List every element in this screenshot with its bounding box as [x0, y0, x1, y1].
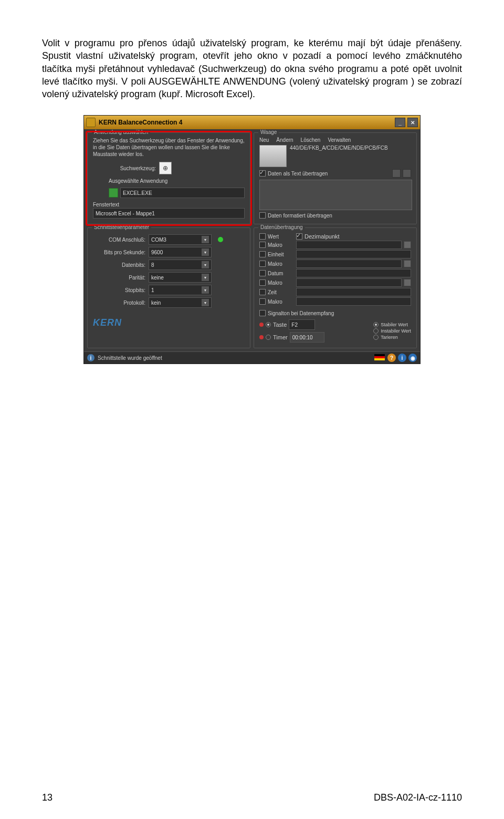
stopbits-label: Stopbits: — [93, 287, 145, 293]
paritat-label: Parität: — [93, 275, 145, 281]
radio-stabil[interactable] — [373, 322, 379, 327]
red-dot-icon — [259, 335, 264, 339]
makro3-input[interactable] — [296, 278, 402, 287]
text-transfer-label: Daten als Text übertragen — [268, 171, 328, 177]
instabil-label: Instabiler Wert — [381, 328, 411, 334]
chevron-down-icon: ▾ — [202, 274, 209, 281]
makro4-label: Makro — [268, 299, 294, 305]
titlebar: KERN BalanceConnection 4 _ ✕ — [84, 116, 420, 129]
mini-icon-2[interactable] — [403, 169, 411, 178]
stopbits-combo[interactable]: 1▾ — [149, 285, 212, 295]
group-title-anwendung: Anwendung auswählen — [92, 129, 150, 135]
group-title-schnitt: Schnittstellenparameter — [92, 224, 151, 230]
chk-zeit[interactable] — [259, 289, 266, 295]
chk-wert[interactable] — [259, 233, 266, 240]
datum-input[interactable] — [296, 269, 411, 277]
lock-icon[interactable] — [404, 241, 411, 248]
chevron-down-icon: ▾ — [202, 236, 209, 243]
group-title-daten: Datenübertragung — [258, 224, 305, 230]
hint-text: Ziehen Sie das Suchwerkzeug über das Fen… — [93, 137, 245, 158]
doc-id: DBS-A02-IA-cz-1110 — [374, 792, 462, 803]
app-icon — [86, 118, 96, 127]
com-label: COM Anschluß: — [93, 237, 145, 243]
stabil-label: Stabiler Wert — [381, 322, 408, 327]
wert-label: Wert — [268, 234, 294, 240]
databits-combo[interactable]: 8▾ — [149, 260, 212, 270]
info-button[interactable]: i — [398, 354, 406, 362]
waage-btn-aendern[interactable]: Ändern — [276, 137, 293, 143]
group-waage: Waage Neu Ändern Löschen Verwalten 440/D… — [254, 132, 417, 224]
timer-label: Timer — [273, 334, 288, 340]
status-text: Schnittstelle wurde geöffnet — [98, 355, 162, 361]
chevron-down-icon: ▾ — [202, 286, 209, 294]
chk-datum[interactable] — [259, 270, 266, 276]
tarieren-label: Tarieren — [381, 335, 398, 340]
makro2-input[interactable] — [296, 260, 402, 268]
makro4-input[interactable] — [296, 297, 411, 306]
scale-icon — [259, 145, 287, 167]
flag-de-icon[interactable] — [374, 354, 385, 361]
page-number: 13 — [42, 792, 52, 803]
bits-combo[interactable]: 9600▾ — [149, 247, 212, 257]
chk-makro3[interactable] — [259, 279, 266, 286]
databits-label: Datenbits: — [93, 262, 145, 268]
info-icon: i — [87, 354, 94, 361]
radio-instabil[interactable] — [373, 328, 379, 334]
chk-makro2[interactable] — [259, 261, 266, 267]
chk-makro1[interactable] — [259, 242, 266, 248]
makro2-label: Makro — [268, 261, 294, 267]
body-paragraph: Volit v programu pro přenos údajů uživat… — [42, 37, 462, 100]
chk-einheit[interactable] — [259, 251, 266, 257]
excel-icon — [109, 188, 118, 198]
com-combo[interactable]: COM3▾ — [149, 234, 212, 245]
dezimal-label: Dezimalpunkt — [304, 233, 340, 240]
fenstertext-field[interactable]: Microsoft Excel - Mappe1 — [93, 208, 245, 219]
app-window: KERN BalanceConnection 4 _ ✕ Anwendung a… — [83, 115, 421, 364]
help-button[interactable]: ? — [387, 354, 396, 362]
lock-icon[interactable] — [404, 279, 411, 286]
chevron-down-icon: ▾ — [202, 261, 209, 268]
group-daten: Datenübertragung Wert Dezimalpunkt Makro… — [254, 227, 417, 348]
radio-timer[interactable] — [266, 335, 271, 340]
lock-icon[interactable] — [404, 260, 411, 267]
waage-btn-loeschen[interactable]: Löschen — [301, 137, 321, 143]
fenstertext-label: Fenstertext — [93, 201, 245, 208]
chk-format-transfer[interactable] — [259, 212, 266, 219]
chk-makro4[interactable] — [259, 298, 266, 305]
red-dot-icon — [259, 323, 264, 327]
waage-btn-neu[interactable]: Neu — [259, 137, 269, 143]
protokoll-label: Protokoll: — [93, 300, 145, 306]
zeit-input[interactable] — [296, 288, 411, 296]
taste-label: Taste — [273, 322, 287, 328]
globe-button[interactable]: ◉ — [408, 354, 417, 362]
einheit-label: Einheit — [268, 252, 294, 257]
mini-icon-1[interactable] — [392, 169, 401, 178]
einheit-input[interactable] — [296, 250, 411, 258]
bits-label: Bits pro Sekunde: — [93, 250, 145, 255]
makro1-input[interactable] — [296, 241, 402, 249]
text-transfer-box[interactable] — [259, 180, 412, 210]
taste-input[interactable]: F2 — [289, 319, 315, 330]
chk-signalton[interactable] — [259, 310, 266, 316]
chevron-down-icon: ▾ — [202, 248, 209, 256]
search-tool-icon[interactable]: ⊕ — [159, 162, 172, 174]
chevron-down-icon: ▾ — [202, 299, 209, 306]
ausgewahlte-label: Ausgewählte Anwendung — [109, 178, 167, 184]
group-schnitt: Schnittstellenparameter COM Anschluß: CO… — [87, 227, 250, 348]
waage-btn-verwalten[interactable]: Verwalten — [328, 137, 351, 143]
close-button[interactable]: ✕ — [407, 118, 418, 127]
radio-taste[interactable] — [266, 322, 271, 327]
ausgewahlte-field[interactable]: EXCEL.EXE — [120, 188, 245, 198]
radio-tarieren[interactable] — [373, 335, 379, 340]
makro1-label: Makro — [268, 242, 294, 248]
status-dot-icon — [218, 237, 223, 242]
chk-text-transfer[interactable] — [259, 170, 266, 177]
paritat-combo[interactable]: keine▾ — [149, 272, 212, 283]
timer-input[interactable]: 00:00:10 — [290, 332, 324, 343]
chk-dezimal[interactable] — [296, 233, 302, 240]
group-anwendung: Anwendung auswählen Ziehen Sie das Suchw… — [87, 132, 250, 224]
datum-label: Datum — [268, 271, 294, 276]
minimize-button[interactable]: _ — [395, 118, 405, 127]
protokoll-combo[interactable]: kein▾ — [149, 297, 212, 308]
signalton-label: Signalton bei Datenempfang — [268, 310, 334, 316]
